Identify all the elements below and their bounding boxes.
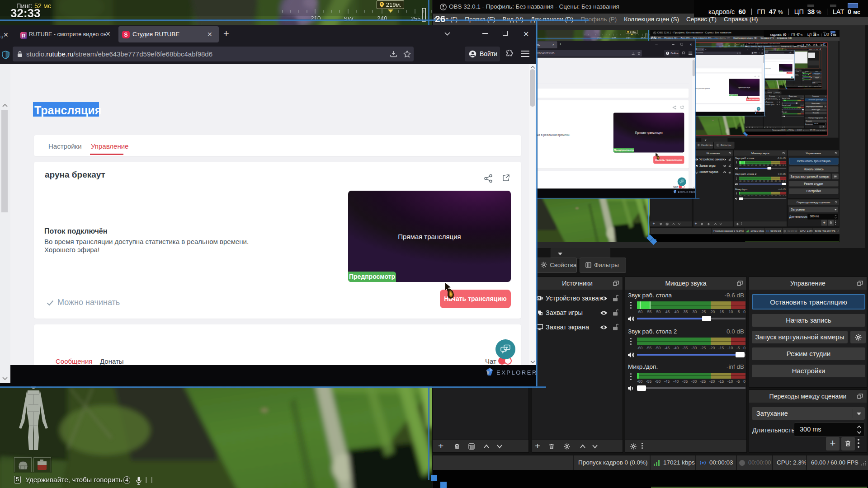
svg-text:S: S xyxy=(124,32,128,38)
svg-text:R: R xyxy=(22,33,26,38)
